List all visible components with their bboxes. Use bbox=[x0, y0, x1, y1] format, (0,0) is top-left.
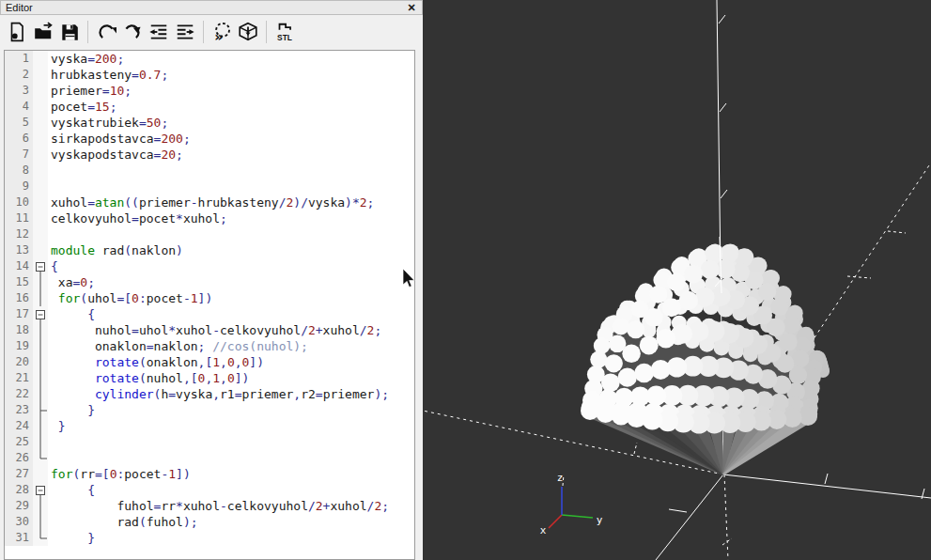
code-line[interactable]: 11celkovyuhol=pocet*xuhol; bbox=[5, 210, 414, 226]
code-text bbox=[48, 179, 51, 194]
code-text: for(uhol=[0:pocet-1]) bbox=[48, 290, 212, 306]
line-number: 18 bbox=[5, 322, 33, 338]
code-line[interactable]: 18 nuhol=uhol*xuhol-celkovyuhol/2+xuhol/… bbox=[5, 322, 414, 338]
line-number: 11 bbox=[5, 210, 33, 226]
code-line[interactable]: 9 bbox=[5, 179, 414, 194]
code-line[interactable]: 30 rad(fuhol); bbox=[5, 514, 414, 530]
code-text: hrubkasteny=0.7; bbox=[48, 67, 168, 83]
toolbar-redo-button[interactable] bbox=[119, 19, 146, 45]
code-line[interactable]: 28 { bbox=[5, 482, 414, 498]
code-line[interactable]: 22 cylinder(h=vyska,r1=priemer,r2=prieme… bbox=[5, 386, 414, 402]
cylinder-cap bbox=[581, 401, 599, 420]
code-line[interactable]: 29 fuhol=rr*xuhol-celkovyuhol/2+xuhol/2; bbox=[5, 498, 414, 514]
fold-marker bbox=[33, 322, 48, 338]
code-text: nuhol=uhol*xuhol-celkovyuhol/2+xuhol/2; bbox=[48, 322, 381, 338]
code-line[interactable]: 4pocet=15; bbox=[5, 99, 414, 115]
code-text: } bbox=[48, 402, 95, 418]
toolbar-unindent-button[interactable] bbox=[146, 19, 172, 45]
code-line[interactable]: 31 } bbox=[5, 530, 414, 546]
code-text: } bbox=[48, 418, 66, 434]
code-text: vyskatrubiek=50; bbox=[48, 115, 168, 131]
cylinder-cap bbox=[627, 320, 644, 338]
cylinder-cap bbox=[613, 319, 629, 335]
code-line[interactable]: 24 } bbox=[5, 418, 414, 434]
panel-title: Editor bbox=[1, 2, 401, 13]
close-icon[interactable]: ✕ bbox=[401, 1, 422, 14]
code-line[interactable]: 2hrubkasteny=0.7; bbox=[5, 67, 414, 83]
code-line[interactable]: 17 { bbox=[5, 306, 414, 322]
fold-margin bbox=[33, 83, 48, 99]
new-file-icon bbox=[7, 22, 27, 42]
code-line[interactable]: 21 rotate(nuhol,[0,1,0]) bbox=[5, 370, 414, 386]
3d-viewport[interactable]: xyz bbox=[423, 0, 931, 560]
cylinder-cap bbox=[605, 354, 623, 372]
code-text: { bbox=[48, 482, 95, 498]
line-number: 9 bbox=[5, 179, 33, 194]
toolbar-open-file-button[interactable] bbox=[30, 19, 56, 45]
code-line[interactable]: 5vyskatrubiek=50; bbox=[5, 115, 414, 131]
code-line[interactable]: 27for(rr=[0:pocet-1]) bbox=[5, 466, 414, 482]
cylinder-cap bbox=[634, 364, 654, 383]
code-line[interactable]: 12 bbox=[5, 226, 414, 242]
code-line[interactable]: 16 for(uhol=[0:pocet-1]) bbox=[5, 290, 414, 306]
cylinder-cap bbox=[770, 298, 788, 316]
toolbar-indent-button[interactable] bbox=[172, 19, 198, 45]
code-line[interactable]: 7vyskapodstavca=20; bbox=[5, 147, 414, 163]
toolbar-separator bbox=[203, 21, 204, 43]
line-number: 20 bbox=[5, 354, 33, 370]
code-line[interactable]: 3priemer=10; bbox=[5, 83, 414, 99]
toolbar-render-button[interactable] bbox=[235, 19, 261, 45]
code-line[interactable]: 1vyska=200; bbox=[5, 51, 414, 67]
cylinder-cap bbox=[649, 286, 667, 303]
fold-margin bbox=[33, 131, 48, 147]
code-editor[interactable]: 1vyska=200;2hrubkasteny=0.7;3priemer=10;… bbox=[4, 50, 415, 560]
code-line[interactable]: 25 bbox=[5, 434, 414, 450]
fold-marker[interactable] bbox=[33, 258, 48, 274]
cylinder-cap bbox=[618, 368, 637, 387]
toolbar-new-file-button[interactable] bbox=[4, 19, 30, 45]
fold-marker[interactable] bbox=[33, 482, 48, 498]
line-number: 6 bbox=[5, 131, 33, 147]
cylinder-cap bbox=[783, 317, 799, 334]
code-line[interactable]: 19 onaklon=naklon; //cos(nuhol); bbox=[5, 338, 414, 354]
fold-marker bbox=[33, 434, 48, 450]
code-line[interactable]: 26 bbox=[5, 450, 414, 466]
open-file-icon bbox=[33, 22, 54, 42]
cylinder-cap bbox=[622, 345, 641, 364]
editor-titlebar[interactable]: Editor ✕ bbox=[0, 0, 423, 15]
fold-marker[interactable] bbox=[33, 306, 48, 322]
editor-toolbar: »STL bbox=[0, 15, 423, 49]
code-text: { bbox=[48, 306, 95, 322]
code-line[interactable]: 23 } bbox=[5, 402, 414, 418]
line-number: 2 bbox=[5, 67, 33, 83]
line-number: 5 bbox=[5, 115, 33, 131]
code-line[interactable]: 6sirkapodstavca=200; bbox=[5, 131, 414, 147]
code-line[interactable]: 15 xa=0; bbox=[5, 274, 414, 290]
code-text: fuhol=rr*xuhol-celkovyuhol/2+xuhol/2; bbox=[48, 498, 389, 514]
code-line[interactable]: 20 rotate(onaklon,[1,0,0]) bbox=[5, 354, 414, 370]
fold-marker bbox=[33, 274, 48, 290]
code-line[interactable]: 13module rad(naklon) bbox=[5, 242, 414, 258]
toolbar-save-button[interactable] bbox=[56, 19, 83, 45]
cylinder-cap bbox=[701, 260, 720, 279]
code-line[interactable]: 14{ bbox=[5, 258, 414, 274]
cylinder-cap bbox=[651, 360, 671, 380]
toolbar-export-stl-button[interactable]: STL bbox=[272, 19, 298, 45]
code-text bbox=[48, 434, 51, 450]
fold-margin bbox=[33, 210, 48, 226]
line-number: 24 bbox=[5, 418, 33, 434]
toolbar-preview-button[interactable]: » bbox=[209, 19, 235, 45]
fold-margin bbox=[33, 179, 48, 194]
cylinder-cap bbox=[662, 298, 681, 317]
code-line[interactable]: 8 bbox=[5, 163, 414, 179]
code-text: priemer=10; bbox=[48, 83, 132, 99]
code-text bbox=[48, 450, 51, 466]
cylinder-cap bbox=[684, 265, 703, 284]
code-text: cylinder(h=vyska,r1=priemer,r2=priemer); bbox=[48, 386, 389, 402]
fold-marker bbox=[33, 290, 48, 306]
3d-viewport-panel: xyz bbox=[423, 0, 931, 560]
code-line[interactable]: 10xuhol=atan((priemer-hrubkasteny/2)/vys… bbox=[5, 194, 414, 210]
toolbar-separator bbox=[87, 21, 88, 43]
line-number: 3 bbox=[5, 83, 33, 99]
toolbar-undo-button[interactable] bbox=[93, 19, 119, 45]
